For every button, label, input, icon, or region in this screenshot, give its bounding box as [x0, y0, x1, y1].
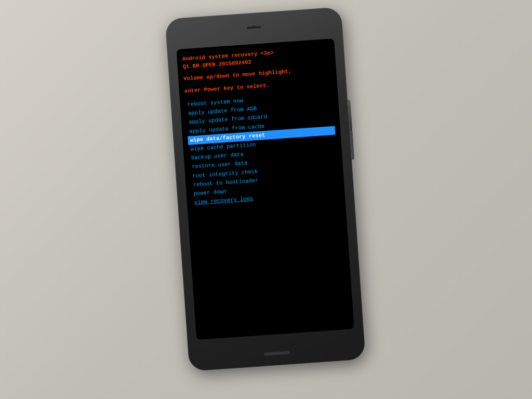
- phone-screen: Android system recovery <3e> Q1.BR.OPEN.…: [176, 38, 354, 340]
- recovery-menu: reboot system nowapply update from ADBap…: [185, 90, 340, 207]
- photo-background: Android system recovery <3e> Q1.BR.OPEN.…: [0, 0, 532, 399]
- android-recovery-screen: Android system recovery <3e> Q1.BR.OPEN.…: [176, 38, 354, 340]
- phone-device: Android system recovery <3e> Q1.BR.OPEN.…: [165, 7, 366, 371]
- home-bar: [264, 351, 290, 356]
